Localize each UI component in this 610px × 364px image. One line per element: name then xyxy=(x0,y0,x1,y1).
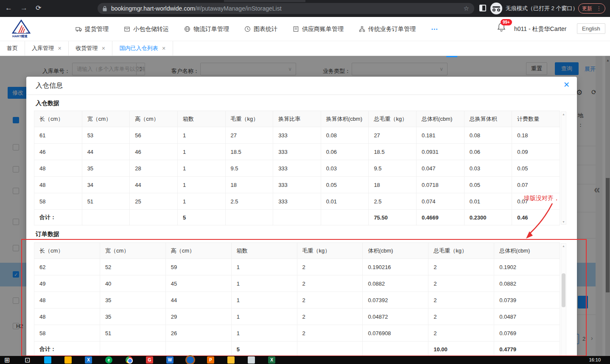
close-icon[interactable]: ✕ xyxy=(162,46,165,51)
tab-home[interactable]: 首页 xyxy=(0,41,25,56)
table-row: 4834441183330.05180.07180.050.07 xyxy=(34,177,560,193)
menu-item-chart-stats[interactable]: 图表统计 xyxy=(244,25,277,33)
table-cell: 58 xyxy=(34,193,82,210)
globe-icon xyxy=(184,26,190,32)
app-yellow-icon[interactable] xyxy=(227,356,235,364)
table-cell: 1 xyxy=(177,127,225,144)
table-cell: 0.05 xyxy=(512,160,560,177)
menu-label: 供应商账单管理 xyxy=(302,25,344,33)
table-cell: 48 xyxy=(34,160,82,177)
table-cell: 0.05 xyxy=(321,177,369,193)
browser-menu-icon[interactable]: ⋮ xyxy=(596,6,602,11)
table-cell: 0.08 xyxy=(464,127,512,144)
taskbar-icons: ⊞⊡XeGWPX xyxy=(0,356,275,364)
browser-forward-button[interactable]: → xyxy=(20,4,28,12)
section-storage-data: 入仓数据 xyxy=(36,100,59,107)
tab-inbound-manage[interactable]: 入库管理✕ xyxy=(25,41,69,56)
close-icon[interactable]: ✕ xyxy=(563,80,570,89)
truck-icon xyxy=(76,26,82,32)
start-icon[interactable]: ⊞ xyxy=(3,356,11,364)
table-cell: 1 xyxy=(177,160,225,177)
word-icon[interactable]: W xyxy=(166,356,173,364)
table-cell: 35 xyxy=(82,160,130,177)
main-menu: 提货管理 小包仓储转运 物流订单管理 图表统计 供应商账单管理 传统业务订单管理 xyxy=(76,17,438,41)
app-blue-icon[interactable] xyxy=(44,356,51,364)
compass-icon[interactable] xyxy=(187,356,194,364)
table-cell: 46 xyxy=(130,144,178,160)
menu-item-pickup[interactable]: 提货管理 xyxy=(76,25,109,33)
bookmark-star-icon[interactable]: ☆ xyxy=(464,5,469,12)
table-cell: 0.01 xyxy=(321,193,369,210)
address-bar[interactable]: bookingmgr.hart-worldwide.com/#/putawayM… xyxy=(98,3,474,14)
table-header-row: 长（cm）宽（cm）高（cm）箱数毛重（kg）换算比率换算体积(cbm)总毛重（… xyxy=(34,111,560,127)
table-cell: 27 xyxy=(369,127,417,144)
notification-bell[interactable]: 99+ xyxy=(497,22,506,33)
app-p-icon[interactable]: P xyxy=(207,356,214,364)
browser-tab-sliver xyxy=(224,0,305,2)
table-cell: 44 xyxy=(82,144,130,160)
table-cell: 0.181 xyxy=(417,127,464,144)
url-text: bookingmgr.hart-worldwide.com/#/putawayM… xyxy=(111,5,282,12)
table-cell: 0.06 xyxy=(321,144,369,160)
tab-label: 入库管理 xyxy=(32,44,54,52)
table-cell: 2.5 xyxy=(225,193,273,210)
split-tab-icon[interactable] xyxy=(479,5,486,11)
table-header-cell: 毛重（kg） xyxy=(225,111,273,127)
tab-domestic-instorage-list[interactable]: 国内已入仓列表✕ xyxy=(112,41,173,56)
tab-receiving-manage[interactable]: 收货管理✕ xyxy=(69,41,112,56)
app-silver-icon[interactable] xyxy=(248,356,255,364)
table-cell: 44 xyxy=(130,177,178,193)
close-icon[interactable]: ✕ xyxy=(101,46,105,51)
menu-label: 图表统计 xyxy=(254,25,277,33)
table-cell: 333 xyxy=(273,193,321,210)
tab-bar-filler xyxy=(173,41,610,56)
table-cell: 0.0718 xyxy=(417,177,464,193)
tab-label: 首页 xyxy=(7,44,18,52)
table-cell: 48 xyxy=(34,177,82,193)
table-cell: 333 xyxy=(273,144,321,160)
excel-icon[interactable]: X xyxy=(268,356,275,364)
language-button[interactable]: English xyxy=(577,23,605,34)
app-x-icon[interactable]: X xyxy=(85,356,92,364)
table-cell: 0.06 xyxy=(464,144,512,160)
table-cell: 28 xyxy=(130,160,178,177)
scroll-up-icon[interactable]: ▲ xyxy=(562,113,565,116)
table-row: 6153561273330.08270.1810.080.18 xyxy=(34,127,560,144)
update-label: 更新 xyxy=(582,5,592,12)
menu-item-logistics-orders[interactable]: 物流订单管理 xyxy=(184,25,229,33)
chrome-icon[interactable] xyxy=(126,356,133,364)
table-cell: 0.03 xyxy=(321,160,369,177)
menu-item-more[interactable]: ⋯ xyxy=(431,25,438,33)
table-cell: 0.08 xyxy=(321,127,369,144)
table-cell: 0.2300 xyxy=(464,210,512,225)
table-cell: 34 xyxy=(82,177,130,193)
table-cell: 27 xyxy=(225,127,273,144)
folder-icon[interactable] xyxy=(64,356,72,364)
table-header-cell: 计费数量 xyxy=(512,111,560,127)
browser-reload-button[interactable]: ⟳ xyxy=(36,4,41,12)
table-cell: 18.5 xyxy=(369,144,417,160)
browser-back-button[interactable]: ← xyxy=(5,4,12,12)
user-name[interactable]: h011 - 杜贵华Carter xyxy=(514,25,566,33)
menu-label: 提货管理 xyxy=(85,25,109,33)
table-cell: 合计： xyxy=(34,210,82,225)
active-menu-indicator xyxy=(446,56,457,57)
table-header-cell: 换算比率 xyxy=(273,111,321,127)
table-cell: 1 xyxy=(177,193,225,210)
table-cell: 53 xyxy=(82,127,130,144)
annotation-rectangle xyxy=(21,239,587,356)
table-cell: 1 xyxy=(177,144,225,160)
tab-label: 国内已入仓列表 xyxy=(119,44,158,52)
table-header-cell: 总体积(cbm) xyxy=(417,111,464,127)
menu-item-supplier-bills[interactable]: 供应商账单管理 xyxy=(293,25,344,33)
bill-icon xyxy=(293,26,299,32)
task-view-icon[interactable]: ⊡ xyxy=(24,356,31,364)
app-g-icon[interactable]: G xyxy=(146,356,153,364)
table-header-cell: 宽（cm） xyxy=(82,111,130,127)
menu-item-traditional-orders[interactable]: 传统业务订单管理 xyxy=(359,25,416,33)
menu-item-parcel-warehouse[interactable]: 小包仓储转运 xyxy=(124,25,169,33)
table-cell: 1 xyxy=(177,177,225,193)
browser-update-button[interactable]: 更新 ⋮ xyxy=(578,3,605,14)
close-icon[interactable]: ✕ xyxy=(58,46,62,51)
browser-green-icon[interactable]: e xyxy=(105,356,112,364)
